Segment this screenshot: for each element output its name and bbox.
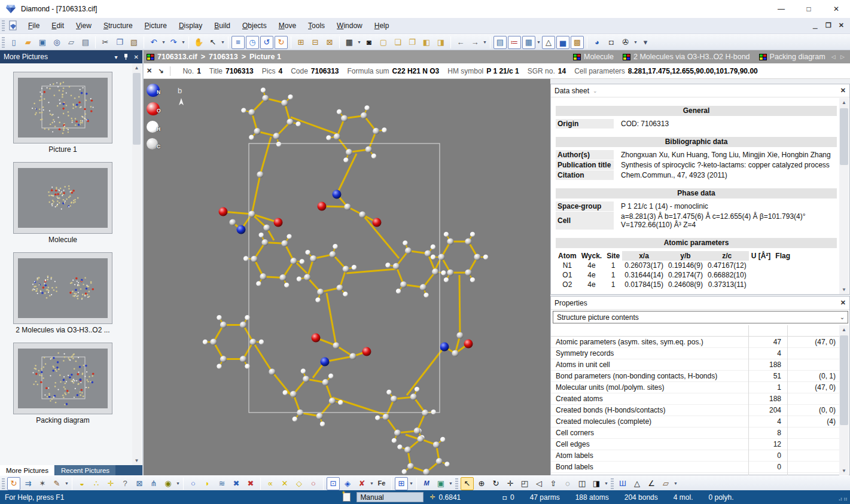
data-sheet-handle-icon[interactable]: ⌄: [593, 88, 598, 94]
atomic-table-row[interactable]: O14e10.31644(14)0.29174(7)0.66882(10): [556, 270, 793, 280]
remove-bonds-icon-dropdown[interactable]: ▼: [369, 477, 374, 490]
animation-pause-icon[interactable]: ◫: [575, 477, 589, 490]
scroll-down-icon[interactable]: ▼: [132, 456, 141, 465]
grid-icon-dropdown[interactable]: ▼: [357, 36, 362, 49]
data-brief-icon[interactable]: ≔: [508, 36, 521, 49]
send-picture-icon[interactable]: ⇉: [22, 477, 35, 490]
photo-camera-icon[interactable]: ◘: [605, 36, 618, 49]
redo-icon[interactable]: ↷: [167, 36, 180, 49]
save-icon[interactable]: ▣: [36, 36, 49, 49]
picture-properties-icon[interactable]: ◨: [434, 36, 447, 49]
colored-table-icon[interactable]: ▩: [571, 36, 584, 49]
mdi-restore-icon[interactable]: ❐: [825, 22, 831, 30]
thumbnail-item[interactable]: Packing diagram: [13, 343, 133, 424]
undo-icon[interactable]: ↶: [147, 36, 160, 49]
toolbar-grip[interactable]: [2, 37, 5, 48]
properties-row[interactable]: Bond parameters (non-bonding contacts, H…: [551, 371, 840, 382]
refresh-picture-icon[interactable]: ↻: [7, 477, 20, 490]
properties-close-icon[interactable]: ✕: [840, 299, 846, 307]
data-sheet-icon[interactable]: ▤: [493, 36, 507, 49]
tab-scroll-arrows[interactable]: ◁ ▷: [831, 54, 846, 60]
sidebar-tab-recent-pictures[interactable]: Recent Pictures: [55, 465, 115, 475]
resize-grip[interactable]: ⣠⣤: [838, 494, 848, 500]
fill-cell-icon-dropdown[interactable]: ▼: [409, 477, 414, 490]
pentagon-filled-icon[interactable]: ◗: [201, 477, 214, 490]
filter-atoms-icon[interactable]: ◒: [75, 477, 89, 490]
unit-cell-box-icon[interactable]: ⊡: [327, 477, 340, 490]
redo-icon-dropdown[interactable]: ▼: [181, 36, 186, 49]
mdi-close-icon[interactable]: ✕: [839, 22, 844, 30]
table-view-icon[interactable]: ▦: [522, 36, 535, 49]
history-back-icon[interactable]: ↺: [260, 36, 273, 49]
data-sheet-close-icon[interactable]: ✕: [840, 87, 846, 94]
expand-lattice-blue-icon[interactable]: ✖: [230, 477, 243, 490]
new-table-icon[interactable]: ⊞: [294, 36, 307, 49]
measure-plane-icon[interactable]: ▱: [659, 477, 672, 490]
distances-angles-icon[interactable]: △: [542, 36, 555, 49]
properties-row[interactable]: Created bonds (H-bonds/contacts)204(0, 0…: [551, 405, 840, 416]
picture-tab[interactable]: 2 Molecules via O3-H3..O2 H-bond: [620, 53, 750, 61]
breadcrumb-segment[interactable]: Picture 1: [249, 53, 281, 61]
pane-menu-chevron-icon[interactable]: ▾: [115, 54, 118, 60]
scroll-up-icon[interactable]: ▲: [839, 98, 849, 107]
picture-mode-icon[interactable]: ▣: [434, 477, 447, 490]
coordination-icon[interactable]: ✕: [278, 477, 291, 490]
powder-sphere-icon[interactable]: ◕: [590, 36, 604, 49]
hexagon-outline-icon[interactable]: ○: [187, 477, 200, 490]
edit-table-icon[interactable]: ⊟: [309, 36, 322, 49]
mode-selector[interactable]: Manual: [357, 492, 424, 502]
properties-selector-dropdown[interactable]: Structure picture contents ⌄: [553, 311, 848, 323]
properties-row[interactable]: Created atoms188: [551, 393, 840, 405]
thumbnail-item[interactable]: 2 Molecules via O3-H3..O2 ...: [13, 252, 133, 334]
powder-pattern-icon[interactable]: ▅: [556, 36, 569, 49]
rotate-top-icon[interactable]: ⇧: [547, 477, 560, 490]
spin-icon[interactable]: ◌: [561, 477, 574, 490]
toolbar-grip[interactable]: [611, 478, 614, 489]
navigation-tree-icon[interactable]: ≡: [231, 36, 245, 49]
properties-row[interactable]: Cell edges12: [551, 439, 840, 450]
atomic-table-row[interactable]: O24e10.01784(15)0.24608(9)0.37313(11): [556, 280, 793, 289]
grid-icon[interactable]: ▦: [343, 36, 356, 49]
picture-mode-icon-dropdown[interactable]: ▼: [448, 477, 453, 490]
infobar-collapse-icon[interactable]: ↘: [158, 67, 163, 75]
menu-grip[interactable]: [2, 20, 5, 31]
menu-objects[interactable]: Objects: [236, 19, 273, 32]
new-picture-icon[interactable]: ▢: [377, 36, 390, 49]
structure-viewport[interactable]: NOHC b: [144, 79, 550, 475]
measure-plane-icon-dropdown[interactable]: ▼: [673, 477, 678, 490]
add-atoms-icon[interactable]: ∴: [90, 477, 103, 490]
open-folder-icon[interactable]: ▰: [22, 36, 35, 49]
zoom-mode-icon[interactable]: ◰: [518, 477, 531, 490]
thumbnail-item[interactable]: Molecule: [13, 162, 133, 244]
properties-row[interactable]: Molecular units (mol./polym. sites)1(47,…: [551, 382, 840, 393]
picture-tab[interactable]: Molecule: [570, 53, 614, 61]
picture-creator-icon[interactable]: ✎: [50, 477, 63, 490]
toolbar-grip[interactable]: [455, 478, 458, 489]
thumbnail-item[interactable]: Picture 1: [13, 72, 133, 154]
more-tools-chevron-icon[interactable]: ▾: [639, 36, 652, 49]
sidebar-scrollbar[interactable]: ▲ ▼: [132, 63, 141, 465]
breadcrumb-segment[interactable]: 7106313: [209, 53, 238, 61]
history-globe-icon[interactable]: ◷: [246, 36, 259, 49]
expand-lattice-red-icon[interactable]: ✖: [244, 477, 257, 490]
menu-build[interactable]: Build: [208, 19, 236, 32]
undo-icon-dropdown[interactable]: ▼: [161, 36, 166, 49]
find-icon[interactable]: ◎: [50, 36, 63, 49]
properties-scrollbar[interactable]: ▲ ▼: [839, 325, 849, 475]
properties-row[interactable]: Symmetry records4: [551, 348, 840, 359]
menu-view[interactable]: View: [70, 19, 98, 32]
picture-invert-icon[interactable]: ◙: [362, 36, 376, 49]
measure-torsion-icon[interactable]: ∠: [645, 477, 658, 490]
fe-coordination-icon[interactable]: Fe: [375, 477, 388, 490]
scroll-thumb[interactable]: [840, 335, 848, 425]
minimize-button[interactable]: —: [767, 0, 795, 18]
create-bond-icon[interactable]: ∝: [264, 477, 277, 490]
remove-bonds-icon[interactable]: ✘: [355, 477, 368, 490]
fill-cell-icon[interactable]: ⊞: [395, 477, 408, 490]
prev-structure-icon[interactable]: ←: [454, 36, 467, 49]
destroy-adjacency-icon[interactable]: ⊠: [133, 477, 146, 490]
menu-file[interactable]: File: [22, 19, 45, 32]
copy-picture-icon[interactable]: ❏: [391, 36, 404, 49]
translate-mode-icon[interactable]: ✛: [504, 477, 517, 490]
menu-structure[interactable]: Structure: [98, 19, 139, 32]
